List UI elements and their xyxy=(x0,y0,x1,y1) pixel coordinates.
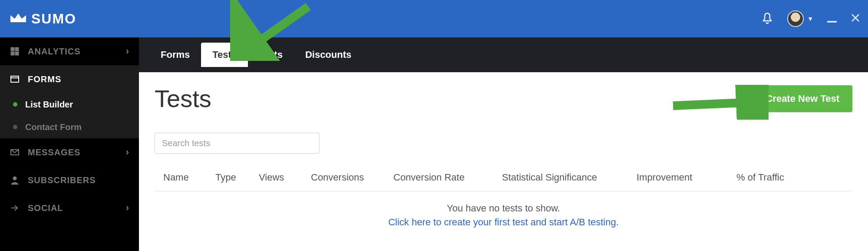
window-minimize-icon[interactable] xyxy=(827,21,837,23)
sidebar-item-subscribers[interactable]: SUBSCRIBERS xyxy=(0,166,139,194)
caret-down-icon: ▼ xyxy=(807,15,813,22)
sidebar-item-label: SUBSCRIBERS xyxy=(28,175,96,185)
sidebar: ANALYTICS › FORMS List Builder Contact F… xyxy=(0,37,139,251)
col-statistical-significance: Statistical Significance xyxy=(502,172,637,183)
sidebar-item-label: ANALYTICS xyxy=(28,47,81,57)
svg-rect-4 xyxy=(11,76,19,82)
empty-create-link[interactable]: Click here to create your first test and… xyxy=(155,217,852,228)
person-icon xyxy=(10,175,20,185)
account-menu[interactable]: ▼ xyxy=(787,10,813,27)
window-icon xyxy=(10,74,20,84)
sidebar-item-forms[interactable]: FORMS xyxy=(0,65,139,93)
svg-rect-0 xyxy=(11,47,14,51)
tab-label: Forms xyxy=(161,49,190,60)
share-icon xyxy=(10,203,20,213)
sidebar-item-label: SOCIAL xyxy=(28,203,63,213)
sidebar-item-label: MESSAGES xyxy=(28,147,80,157)
grid-icon xyxy=(10,46,20,57)
col-type: Type xyxy=(215,172,259,183)
sidebar-sub-label: List Builder xyxy=(25,100,73,110)
col-conversions: Conversions xyxy=(311,172,393,183)
col-views: Views xyxy=(259,172,311,183)
tab-discounts[interactable]: Discounts xyxy=(294,43,363,67)
tab-forms[interactable]: Forms xyxy=(149,43,201,67)
col-conversion-rate: Conversion Rate xyxy=(393,172,502,183)
chevron-right-icon: › xyxy=(126,202,129,214)
chevron-right-icon: › xyxy=(126,46,129,57)
page-title: Tests xyxy=(155,84,211,113)
col-percent-traffic: % of Traffic xyxy=(736,172,810,183)
tab-label: Discounts xyxy=(305,49,351,60)
content: Tests Create New Test Name Type Views Co… xyxy=(139,72,868,251)
svg-point-7 xyxy=(13,177,17,180)
empty-state: You have no tests to show. Click here to… xyxy=(155,203,852,228)
tab-label: Stats xyxy=(259,49,283,60)
sidebar-item-label: FORMS xyxy=(28,74,61,84)
search-tests-input[interactable] xyxy=(155,133,320,154)
svg-rect-3 xyxy=(15,52,19,55)
tab-label: Tests xyxy=(212,49,237,60)
sidebar-sub-list-builder[interactable]: List Builder xyxy=(0,93,139,116)
tab-stats[interactable]: Stats xyxy=(248,43,294,67)
topbar: SUMO ▼ xyxy=(0,0,868,37)
bell-icon[interactable] xyxy=(761,12,773,26)
table-header: Name Type Views Conversions Conversion R… xyxy=(155,172,852,191)
sidebar-sub-contact-form[interactable]: Contact Form xyxy=(0,116,139,138)
bullet-icon xyxy=(13,102,17,107)
col-name: Name xyxy=(163,172,215,183)
svg-rect-2 xyxy=(11,52,14,55)
topbar-right: ▼ xyxy=(761,10,860,27)
svg-rect-1 xyxy=(15,47,19,51)
brand-text: SUMO xyxy=(31,11,76,27)
sidebar-sub-label: Contact Form xyxy=(25,122,82,132)
col-improvement: Improvement xyxy=(637,172,736,183)
create-new-test-button[interactable]: Create New Test xyxy=(752,85,852,112)
empty-line1: You have no tests to show. xyxy=(155,203,852,214)
window-close-icon[interactable] xyxy=(851,13,860,24)
crown-icon xyxy=(10,12,27,26)
chevron-right-icon: › xyxy=(126,147,129,158)
main: Forms Tests Stats Discounts Tests Create… xyxy=(139,37,868,251)
envelope-icon xyxy=(10,147,20,157)
avatar xyxy=(787,10,804,27)
logo: SUMO xyxy=(10,11,76,27)
tabbar: Forms Tests Stats Discounts xyxy=(139,37,868,72)
sidebar-item-analytics[interactable]: ANALYTICS › xyxy=(0,37,139,65)
tab-tests[interactable]: Tests xyxy=(201,43,248,67)
bullet-icon xyxy=(13,125,17,129)
content-header: Tests Create New Test xyxy=(155,84,852,113)
sidebar-item-messages[interactable]: MESSAGES › xyxy=(0,138,139,166)
sidebar-item-social[interactable]: SOCIAL › xyxy=(0,194,139,222)
